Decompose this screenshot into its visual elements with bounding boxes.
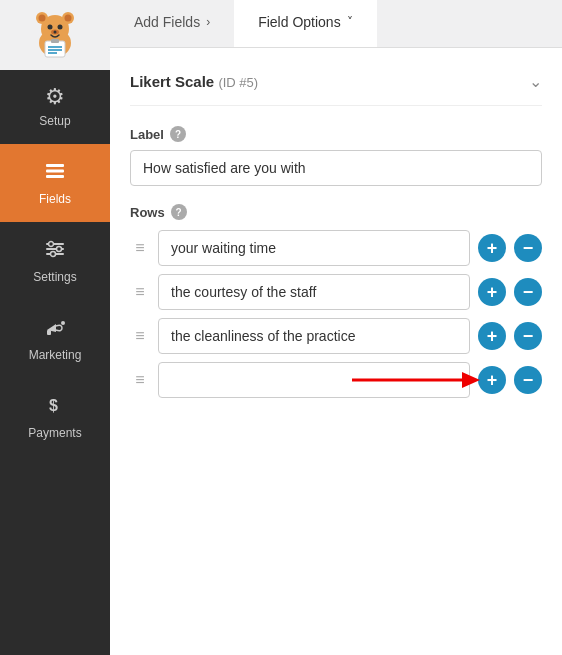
svg-point-21 [49, 242, 54, 247]
sidebar-item-marketing[interactable]: Marketing [0, 300, 110, 378]
svg-point-9 [54, 31, 57, 34]
svg-point-3 [39, 15, 46, 22]
drag-handle-icon[interactable]: ≡ [130, 283, 150, 301]
drag-handle-icon[interactable]: ≡ [130, 327, 150, 345]
row-input-3[interactable] [158, 318, 470, 354]
main-content: Add Fields › Field Options ˅ Likert Scal… [110, 0, 562, 655]
label-help-icon[interactable]: ? [170, 126, 186, 142]
tab-field-options-arrow: ˅ [347, 15, 353, 29]
sidebar: ⚙ Setup Fields Settings [0, 0, 110, 655]
svg-point-6 [48, 25, 53, 30]
tabs-bar: Add Fields › Field Options ˅ [110, 0, 562, 48]
add-row-button-2[interactable]: + [478, 278, 506, 306]
row-input-1[interactable] [158, 230, 470, 266]
sidebar-item-settings-label: Settings [33, 270, 76, 284]
add-row-button-4[interactable]: + [478, 366, 506, 394]
sidebar-item-setup-label: Setup [39, 114, 70, 128]
tab-field-options-label: Field Options [258, 14, 340, 30]
field-title-row: Likert Scale (ID #5) ⌄ [130, 72, 542, 106]
rows-group: Rows ? ≡ + − ≡ + − ≡ + − [130, 204, 542, 398]
logo-area [0, 0, 110, 70]
sidebar-item-setup[interactable]: ⚙ Setup [0, 70, 110, 144]
svg-point-25 [61, 321, 65, 325]
logo-bear-icon [29, 9, 81, 61]
field-title: Likert Scale (ID #5) [130, 73, 258, 90]
remove-row-button-2[interactable]: − [514, 278, 542, 306]
add-row-button-1[interactable]: + [478, 234, 506, 262]
rows-help-icon[interactable]: ? [171, 204, 187, 220]
rows-text: Rows [130, 205, 165, 220]
gear-icon: ⚙ [45, 86, 65, 108]
tab-add-fields-label: Add Fields [134, 14, 200, 30]
drag-handle-icon[interactable]: ≡ [130, 371, 150, 389]
svg-rect-11 [51, 39, 59, 43]
field-options-panel: Likert Scale (ID #5) ⌄ Label ? Rows ? ≡ [110, 48, 562, 655]
sidebar-item-payments-label: Payments [28, 426, 81, 440]
sidebar-item-fields[interactable]: Fields [0, 144, 110, 222]
svg-rect-10 [45, 41, 65, 57]
svg-text:$: $ [49, 397, 58, 414]
sidebar-item-marketing-label: Marketing [29, 348, 82, 362]
remove-row-button-1[interactable]: − [514, 234, 542, 262]
row-item-2: ≡ + − [130, 274, 542, 310]
svg-point-22 [57, 247, 62, 252]
svg-point-23 [51, 252, 56, 257]
remove-row-button-4[interactable]: − [514, 366, 542, 394]
svg-rect-24 [47, 330, 51, 335]
svg-rect-17 [46, 175, 64, 178]
label-field-label: Label ? [130, 126, 542, 142]
label-group: Label ? [130, 126, 542, 186]
marketing-icon [44, 316, 66, 342]
add-row-button-3[interactable]: + [478, 322, 506, 350]
sidebar-item-fields-label: Fields [39, 192, 71, 206]
payments-icon: $ [44, 394, 66, 420]
row-input-4[interactable] [158, 362, 470, 398]
svg-point-5 [65, 15, 72, 22]
label-text: Label [130, 127, 164, 142]
row-item-1: ≡ + − [130, 230, 542, 266]
row-item-3: ≡ + − [130, 318, 542, 354]
drag-handle-icon[interactable]: ≡ [130, 239, 150, 257]
label-input[interactable] [130, 150, 542, 186]
fields-icon [44, 160, 66, 186]
tab-add-fields-arrow: › [206, 15, 210, 29]
svg-point-7 [58, 25, 63, 30]
chevron-down-icon[interactable]: ⌄ [529, 72, 542, 91]
sidebar-item-payments[interactable]: $ Payments [0, 378, 110, 456]
field-type-name: Likert Scale [130, 73, 214, 90]
field-id-label: (ID #5) [218, 75, 258, 90]
tab-add-fields[interactable]: Add Fields › [110, 0, 234, 47]
rows-label: Rows ? [130, 204, 542, 220]
row-input-2[interactable] [158, 274, 470, 310]
settings-icon [44, 238, 66, 264]
remove-row-button-3[interactable]: − [514, 322, 542, 350]
row-item-4: ≡ + − [130, 362, 542, 398]
svg-rect-15 [46, 164, 64, 167]
tab-field-options[interactable]: Field Options ˅ [234, 0, 376, 47]
sidebar-item-settings[interactable]: Settings [0, 222, 110, 300]
svg-rect-16 [46, 170, 64, 173]
